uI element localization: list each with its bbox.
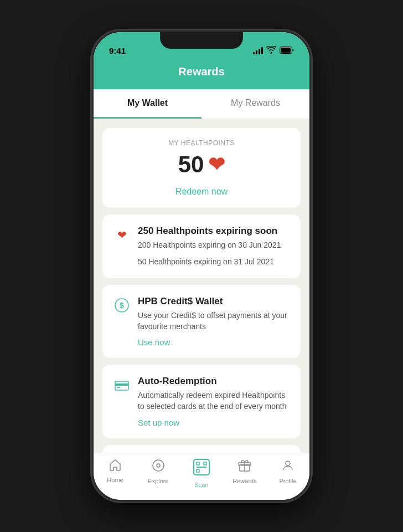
status-icons [253,46,294,55]
svg-rect-1 [281,48,291,53]
wifi-icon [266,46,276,55]
credits-card: $ HPB Credit$ Wallet Use your Credit$ to… [102,285,301,358]
healthpoints-value: 50 ❤ [113,151,290,178]
svg-rect-6 [117,387,120,388]
tab-my-rewards[interactable]: My Rewards [202,89,309,119]
credits-desc: Use your Credit$ to offset payments at y… [138,310,290,332]
credits-icon: $ [113,297,130,314]
heart-warning-icon: ❤ [113,227,130,243]
home-icon [108,459,122,474]
nav-scan[interactable]: Scan [185,459,218,488]
phone-frame: 9:41 [0,0,403,532]
page-title: Rewards [178,65,224,78]
setup-now-link[interactable]: Set up now [138,418,290,427]
nav-profile[interactable]: Profile [271,459,304,484]
battery-icon [280,47,294,55]
redeem-now-button[interactable]: Redeem now [113,187,290,197]
auto-redemption-content: Auto-Redemption Automatically redeem exp… [138,376,290,427]
expiring-line-2: 50 Healthpoints expiring on 31 Jul 2021 [138,257,290,268]
svg-point-12 [153,460,164,471]
header: Rewards [94,60,309,89]
expiring-card: ❤ 250 Healthpoints expiring soon 200 Hea… [102,214,301,278]
healthpoints-card: MY HEALTHPOINTS 50 ❤ Redeem now [102,128,301,208]
scan-icon [193,459,210,479]
expiring-content: 250 Healthpoints expiring soon 200 Healt… [138,226,290,267]
heart-icon: ❤ [208,153,225,176]
profile-icon [281,459,294,475]
rewards-icon [238,459,251,475]
use-now-link[interactable]: Use now [138,337,290,347]
notch [160,32,243,49]
explore-icon [152,459,165,475]
auto-redemption-desc: Automatically redeem expired Healthpoint… [138,390,290,412]
credits-content: HPB Credit$ Wallet Use your Credit$ to o… [138,296,290,347]
auto-redemption-icon [113,377,130,393]
main-content: MY HEALTHPOINTS 50 ❤ Redeem now ❤ 250 He… [94,119,309,458]
svg-text:$: $ [120,301,124,310]
tab-my-wallet[interactable]: My Wallet [94,89,202,119]
nav-explore[interactable]: Explore [142,459,175,484]
scan-label: Scan [194,482,208,488]
bottom-navigation: Home Explore [94,453,309,500]
expiring-line-1: 200 Healthpoints expiring on 30 Jun 2021 [138,240,290,251]
signal-icon [253,47,263,54]
phone-body: 9:41 [94,32,309,500]
expiring-title: 250 Healthpoints expiring soon [138,226,290,237]
rewards-label: Rewards [232,478,256,484]
svg-rect-5 [115,383,128,386]
svg-point-13 [157,464,160,467]
home-label: Home [107,477,123,483]
tabs-container: My Wallet My Rewards [94,89,309,119]
status-time: 9:41 [109,46,126,55]
explore-label: Explore [148,478,168,484]
credits-title: HPB Credit$ Wallet [138,296,290,307]
auto-redemption-card: Auto-Redemption Automatically redeem exp… [102,365,301,438]
nav-rewards[interactable]: Rewards [228,459,261,484]
nav-home[interactable]: Home [99,459,132,483]
healthpoints-label: MY HEALTHPOINTS [113,139,290,147]
svg-point-18 [286,461,290,466]
auto-redemption-title: Auto-Redemption [138,376,290,387]
profile-label: Profile [279,478,296,484]
